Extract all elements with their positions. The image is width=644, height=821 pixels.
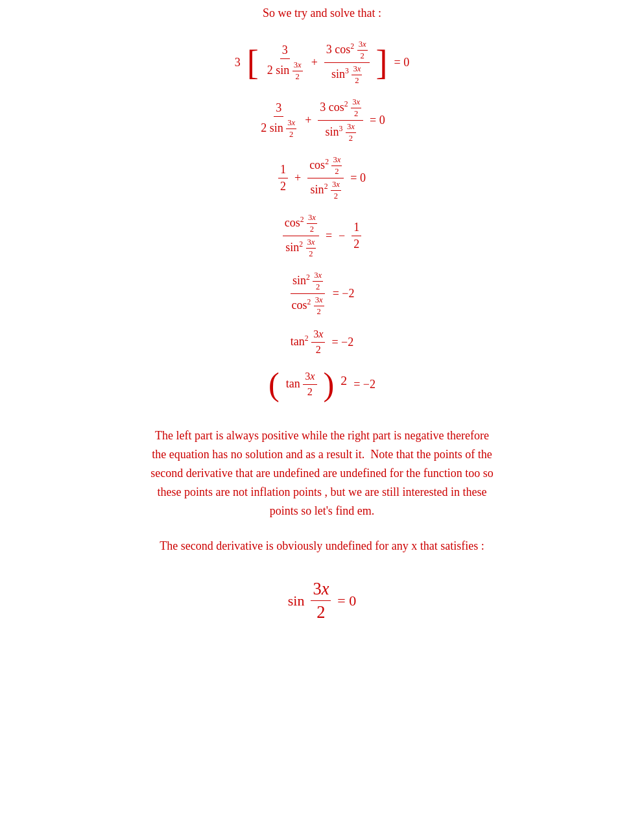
paragraph-1: The left part is always positive while t… — [13, 426, 631, 520]
frac-4-den: sin3 3x2 — [324, 121, 358, 143]
eq1-result: = 0 — [394, 56, 410, 69]
equation-6: tan2 3x2 = −2 — [291, 328, 353, 356]
eq7-result: = −2 — [353, 378, 376, 391]
frac-3-den: 2 sin 3x2 — [259, 117, 298, 140]
frac-7-den: sin2 3x2 — [283, 236, 318, 259]
eq5-result: = −2 — [333, 287, 355, 300]
frac-7-num: cos2 3x2 — [283, 213, 319, 236]
frac-5: 1 2 — [278, 163, 288, 193]
math-block: 3 [ 3 2 sin 3x2 + 3 cos2 3x2 sin3 3x2 ] … — [13, 40, 631, 400]
equation-2: 3 2 sin 3x2 + 3 cos2 3x2 sin3 3x2 = 0 — [259, 97, 385, 143]
equation-4: cos2 3x2 sin2 3x2 = − 1 2 — [283, 213, 362, 259]
minus-sign: − — [339, 229, 345, 243]
frac-3-num: 3 — [274, 101, 283, 117]
final-equation: sin 3x 2 = 0 — [13, 579, 631, 622]
page-content: So we try and solve that : 3 [ 3 2 sin 3… — [13, 6, 631, 622]
eq2-result: = 0 — [370, 114, 385, 127]
plus-2: + — [305, 114, 311, 127]
frac-3: 3 2 sin 3x2 — [259, 101, 298, 140]
frac-8-den: 2 — [352, 236, 361, 251]
frac-1-num: 3 — [280, 43, 290, 59]
frac-4: 3 cos2 3x2 sin3 3x2 — [318, 97, 363, 143]
plus-1: + — [311, 56, 318, 69]
equation-5: sin2 3x2 cos2 3x2 = −2 — [289, 271, 354, 317]
frac-2-num: 3 cos2 3x2 — [324, 40, 370, 63]
final-frac-num: 3x — [311, 579, 331, 601]
sin-expr: sin — [288, 593, 305, 609]
frac-9: sin2 3x2 cos2 3x2 — [289, 271, 326, 317]
final-frac: 3x 2 — [311, 579, 331, 622]
left-paren: ( — [268, 368, 280, 400]
final-frac-den: 2 — [315, 601, 327, 622]
right-paren: ) — [324, 368, 335, 400]
equation-7: ( tan 3x2 ) 2 = −2 — [268, 368, 376, 400]
power-2: 2 — [340, 373, 347, 388]
eq4-equals: = — [326, 229, 332, 243]
equation-1: 3 [ 3 2 sin 3x2 + 3 cos2 3x2 sin3 3x2 ] … — [235, 40, 409, 86]
frac-1: 3 2 sin 3x2 — [265, 43, 305, 82]
paragraph-2: The second derivative is obviously undef… — [13, 539, 631, 553]
frac-4-num: 3 cos2 3x2 — [318, 97, 363, 121]
frac-6-num: cos2 3x2 — [307, 155, 344, 178]
frac-5-num: 1 — [278, 163, 288, 178]
tan-sq: tan2 3x2 — [291, 328, 326, 356]
frac-2-den: sin3 3x2 — [329, 63, 364, 86]
equation-3: 1 2 + cos2 3x2 sin2 3x2 = 0 — [278, 155, 366, 201]
frac-6: cos2 3x2 sin2 3x2 — [307, 155, 344, 201]
final-eq-result: = 0 — [337, 593, 356, 609]
frac-7: cos2 3x2 sin2 3x2 — [283, 213, 319, 259]
frac-1-den: 2 sin 3x2 — [265, 59, 305, 82]
frac-6-den: sin2 3x2 — [309, 178, 343, 201]
frac-8: 1 2 — [352, 221, 361, 251]
intro-text: So we try and solve that : — [13, 6, 631, 20]
plus-3: + — [294, 171, 301, 185]
frac-9-num: sin2 3x2 — [291, 271, 325, 294]
right-bracket: ] — [376, 45, 388, 80]
tan-expr: tan 3x2 — [286, 371, 317, 398]
left-bracket: [ — [247, 45, 259, 80]
frac-9-den: cos2 3x2 — [289, 294, 326, 317]
frac-2: 3 cos2 3x2 sin3 3x2 — [324, 40, 370, 86]
eq3-result: = 0 — [350, 171, 366, 185]
coeff-3: 3 — [235, 56, 241, 69]
frac-8-num: 1 — [352, 221, 361, 236]
eq6-result: = −2 — [331, 336, 353, 349]
frac-5-den: 2 — [278, 178, 288, 193]
